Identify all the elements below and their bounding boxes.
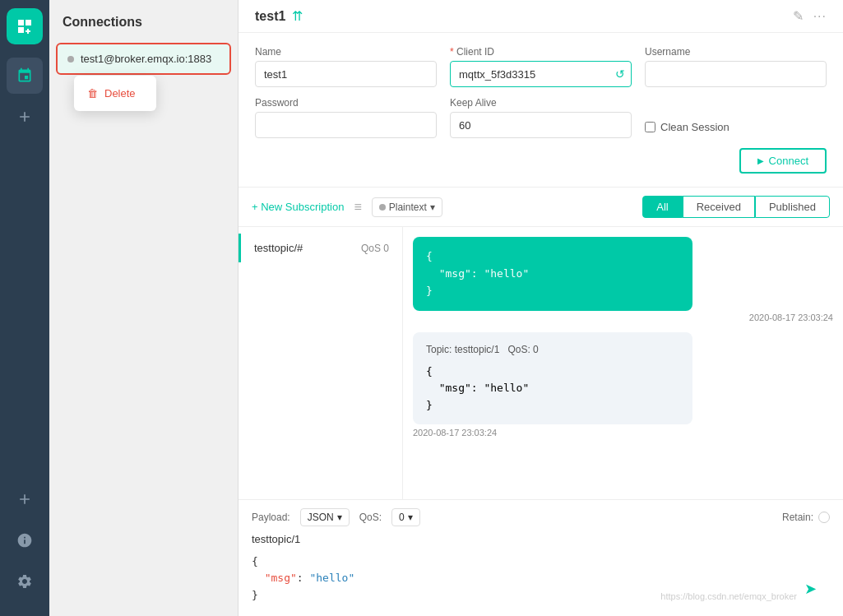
topic-qos: QoS 0 (361, 243, 389, 254)
compose-wrapper: testtopic/1 { "msg": "hello" } https://b… (252, 533, 830, 608)
sidebar: Connections test1@broker.emqx.io:1883 🗑 … (49, 0, 239, 616)
qos-select[interactable]: 0 ▾ (391, 508, 420, 526)
message-content-area: testtopic/# QoS 0 { "msg": "hello"} 2020… (239, 227, 843, 499)
connection-title: test1 (255, 9, 285, 24)
payload-key: "msg" (265, 572, 297, 584)
sent-message: { "msg": "hello"} 2020-08-17 23:03:24 (413, 237, 833, 322)
filter-icon[interactable]: ≡ (354, 200, 361, 215)
format-chevron-icon: ▾ (337, 512, 342, 523)
payload-value: "hello" (309, 572, 354, 584)
delete-menu-item[interactable]: 🗑 Delete (74, 81, 156, 106)
password-field-group: Password (255, 97, 437, 138)
more-icon[interactable]: ··· (813, 9, 827, 24)
topic-item[interactable]: testtopic/# QoS 0 (239, 234, 402, 262)
connect-button[interactable]: ▶ Connect (739, 148, 827, 174)
context-menu: 🗑 Delete (74, 76, 156, 111)
filter-received-button[interactable]: Received (683, 196, 755, 218)
password-input[interactable] (255, 112, 437, 138)
payload-format-select[interactable]: JSON ▾ (300, 508, 350, 526)
name-input[interactable] (255, 61, 437, 87)
received-message-bubble: Topic: testtopic/1 QoS: 0 { "msg": "hell… (413, 332, 692, 424)
info-icon[interactable] (7, 522, 43, 558)
username-input[interactable] (645, 61, 827, 87)
name-label: Name (255, 46, 437, 58)
icon-bar (0, 0, 49, 616)
add-connection-icon[interactable] (7, 99, 43, 135)
connection-status-dot (67, 56, 74, 63)
expand-icon[interactable]: ⇈ (292, 8, 303, 24)
messages-area: + New Subscription ≡ Plaintext ▾ All Rec… (239, 188, 843, 616)
username-label: Username (645, 46, 827, 58)
new-subscription-button[interactable]: + New Subscription (252, 201, 344, 213)
qos-label: QoS: (359, 512, 382, 523)
send-button[interactable]: ➤ (804, 580, 817, 598)
app-logo[interactable] (7, 8, 43, 44)
connection-item[interactable]: test1@broker.emqx.io:1883 🗑 Delete (56, 43, 231, 75)
connections-nav-icon[interactable] (7, 58, 43, 94)
subscription-bar: + New Subscription ≡ Plaintext ▾ All Rec… (239, 188, 843, 227)
message-filter-buttons: All Received Published (642, 196, 830, 218)
play-icon: ▶ (757, 156, 764, 165)
client-id-field-group: Client ID ↺ (450, 46, 632, 87)
messages-list: { "msg": "hello"} 2020-08-17 23:03:24 To… (403, 227, 843, 499)
main-header: test1 ⇈ ✎ ··· (239, 0, 843, 33)
status-dot (379, 204, 386, 211)
connection-form: Name Client ID ↺ Username Password K (239, 33, 843, 188)
clean-session-label[interactable]: Clean Session (660, 121, 730, 133)
received-message-time: 2020-08-17 23:03:24 (413, 428, 833, 438)
watermark: https://blog.csdn.net/emqx_broker (660, 591, 797, 601)
clean-session-group: Clean Session (645, 121, 827, 138)
received-message: Topic: testtopic/1 QoS: 0 { "msg": "hell… (413, 332, 833, 438)
keep-alive-input[interactable] (450, 112, 632, 138)
sidebar-title: Connections (49, 0, 238, 39)
delete-label: Delete (104, 87, 136, 100)
name-field-group: Name (255, 46, 437, 87)
delete-icon: 🗑 (87, 87, 98, 100)
format-select[interactable]: Plaintext ▾ (372, 197, 442, 217)
password-label: Password (255, 97, 437, 109)
filter-all-button[interactable]: All (642, 196, 682, 218)
settings-icon[interactable] (7, 563, 43, 600)
refresh-icon[interactable]: ↺ (615, 67, 625, 81)
topic-list: testtopic/# QoS 0 (239, 227, 403, 499)
topic-name: testtopic/# (254, 242, 303, 254)
retain-checkbox[interactable] (818, 512, 830, 523)
payload-label: Payload: (252, 512, 290, 523)
chevron-down-icon: ▾ (430, 201, 435, 213)
keep-alive-label: Keep Alive (450, 97, 632, 109)
retain-label: Retain: (782, 512, 813, 523)
received-message-header: Topic: testtopic/1 QoS: 0 (426, 342, 679, 358)
main-area: test1 ⇈ ✎ ··· Name Client ID ↺ Username (239, 0, 843, 616)
topic-input[interactable]: testtopic/1 (252, 533, 830, 545)
add-bottom-icon[interactable] (7, 481, 43, 517)
username-field-group: Username (645, 46, 827, 87)
connection-name: test1@broker.emqx.io:1883 (81, 53, 211, 65)
client-id-input[interactable] (450, 61, 632, 87)
sent-message-bubble: { "msg": "hello"} (413, 237, 692, 311)
edit-icon[interactable]: ✎ (793, 8, 804, 24)
filter-published-button[interactable]: Published (755, 196, 830, 218)
retain-toggle: Retain: (782, 512, 830, 523)
client-id-label: Client ID (450, 46, 632, 58)
compose-options: Payload: JSON ▾ QoS: 0 ▾ Retain: (252, 508, 830, 526)
keep-alive-field-group: Keep Alive (450, 97, 632, 138)
qos-chevron-icon: ▾ (408, 512, 413, 523)
clean-session-checkbox[interactable] (645, 122, 655, 132)
sent-message-time: 2020-08-17 23:03:24 (413, 313, 833, 322)
compose-area: Payload: JSON ▾ QoS: 0 ▾ Retain: testtop… (239, 499, 843, 616)
